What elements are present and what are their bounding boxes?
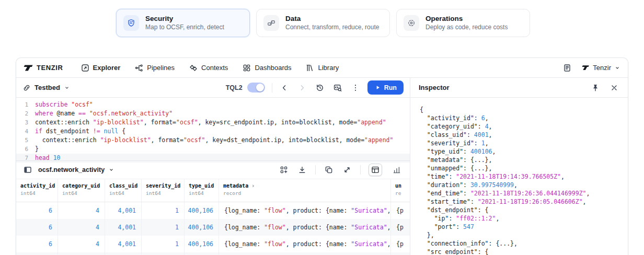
- line-number: 1: [16, 100, 35, 109]
- nav-item-label: Explorer: [93, 64, 121, 72]
- card-text: SecurityMap to OCSF, enrich, detect: [145, 15, 224, 31]
- table-row[interactable]: 644,0011400,106{log_name: "flow", produc…: [16, 202, 410, 219]
- results-actions: [279, 164, 404, 176]
- cell-severity_id: 1: [142, 236, 185, 252]
- column-name: metadata ›: [223, 183, 386, 189]
- cell-type_uid: 400,106: [185, 236, 219, 252]
- chart-view-icon[interactable]: [390, 164, 404, 176]
- download-icon[interactable]: [297, 165, 307, 175]
- inspector-line: "start_time": "2021-11-18T19:26:05.04660…: [420, 198, 628, 206]
- inspector-json[interactable]: { "activity_id": 6, "category_uid": 4, "…: [410, 98, 628, 255]
- column-header-type_uid[interactable]: type_uidint64: [185, 179, 219, 202]
- card-text: DataConnect, transform, reduce, route: [285, 15, 379, 31]
- code-text: where @name == "ocsf.network_activity": [35, 109, 172, 118]
- nav-item-contexts[interactable]: Contexts: [189, 64, 228, 72]
- nav-item-label: Library: [318, 64, 339, 72]
- column-header-class_uid[interactable]: class_uidint64: [105, 179, 142, 202]
- cell-activity_id: 6: [16, 219, 58, 236]
- column-type: int64: [20, 190, 53, 196]
- pin-icon[interactable]: [590, 83, 601, 93]
- solution-cards: SecurityMap to OCSF, enrich, detectDataC…: [116, 9, 530, 37]
- tenant-label: Tenzir: [593, 64, 611, 72]
- toggle-knob: [256, 84, 264, 91]
- brand-text: TENZIR: [37, 64, 63, 72]
- copy-icon[interactable]: [324, 165, 334, 175]
- inspector-line: "src_endpoint": {: [420, 248, 628, 255]
- document-icon[interactable]: [562, 63, 572, 73]
- nav-item-dashboards[interactable]: Dashboards: [243, 64, 291, 72]
- chevron-left-icon[interactable]: [279, 83, 290, 93]
- tenzir-brand[interactable]: TENZIR: [24, 64, 63, 72]
- inspector-title: Inspector: [419, 84, 450, 91]
- chevron-right-icon: [297, 83, 307, 93]
- inspector-line: "time": "2021-11-18T19:14:39.766505Z",: [420, 172, 628, 181]
- pipeline-toolbar: Testbed TQL2 Run: [16, 78, 410, 98]
- inspector-line: },: [420, 231, 628, 239]
- nav-right: Tenzir: [562, 63, 620, 73]
- solution-card-operations[interactable]: OperationsDeploy as code, reduce costs: [396, 9, 530, 37]
- code-line: 1subscribe "ocsf": [16, 100, 410, 109]
- code-text: context::enrich "ip-blocklist", format="…: [35, 118, 386, 127]
- run-label: Run: [384, 84, 397, 91]
- inspector-line: "class_uid": 4001,: [420, 131, 628, 139]
- results-table: activity_idint64category_uidint64class_u…: [16, 179, 410, 255]
- column-name: activity_id: [20, 183, 53, 189]
- cell-activity_id: 6: [16, 252, 58, 255]
- table-row[interactable]: 644,0011400,106{log_name: "flow", produc…: [16, 236, 410, 252]
- history-icon[interactable]: [315, 83, 325, 93]
- add-column-icon[interactable]: [279, 165, 289, 175]
- data-pipeline-icon-tile: [263, 15, 279, 31]
- cell-clipped: {p: [391, 219, 410, 236]
- expand-icon[interactable]: [342, 165, 352, 175]
- line-number: 6: [16, 145, 35, 154]
- library-icon: [306, 64, 314, 72]
- column-name: category_uid: [62, 183, 100, 189]
- inspector-line: "connection_info": {...},: [420, 239, 628, 248]
- nav-item-label: Dashboards: [255, 64, 291, 72]
- cell-category_uid: 4: [58, 219, 105, 236]
- column-header-metadata[interactable]: metadata ›record: [219, 179, 391, 202]
- tenant-switcher[interactable]: Tenzir: [582, 64, 620, 72]
- cell-type_uid: 400,106: [185, 219, 219, 236]
- column-header-activity_id[interactable]: activity_idint64: [16, 179, 58, 202]
- table-row[interactable]: 644,0011400,106{log_name: "flow", produc…: [16, 252, 410, 255]
- column-name: un: [395, 183, 406, 189]
- code-line: 4if dst_endpoint != null {: [16, 127, 410, 136]
- divider: [315, 165, 316, 175]
- solution-card-data[interactable]: DataConnect, transform, reduce, route: [256, 9, 390, 37]
- close-icon[interactable]: [609, 83, 619, 93]
- schema-selector[interactable]: ocsf.network_activity: [38, 166, 114, 173]
- table-rows: 644,0011400,106{log_name: "flow", produc…: [16, 202, 410, 255]
- kebab-icon[interactable]: [350, 83, 361, 93]
- column-type: int64: [189, 190, 214, 196]
- solution-card-security[interactable]: SecurityMap to OCSF, enrich, detect: [116, 9, 250, 37]
- inspector-line: "type_uid": 400106,: [420, 147, 628, 156]
- tql2-toggle[interactable]: [247, 83, 265, 92]
- inspector-line: {: [420, 106, 628, 114]
- column-header-severity_id[interactable]: severity_idint64: [142, 179, 185, 202]
- inspector-line: "ip": "ff02::1:2",: [420, 214, 628, 223]
- inspector-line: "port": 547: [420, 223, 628, 231]
- pipelines-icon: [135, 64, 143, 72]
- cell-severity_id: 1: [142, 252, 185, 255]
- run-button[interactable]: Run: [367, 80, 404, 95]
- cell-class_uid: 4,001: [105, 236, 142, 252]
- contexts-icon: [189, 64, 198, 72]
- schema-name: ocsf.network_activity: [38, 166, 105, 173]
- pipeline-selector[interactable]: Testbed: [22, 84, 70, 92]
- cell-category_uid: 4: [58, 202, 105, 219]
- column-type: int64: [109, 190, 137, 196]
- column-header-category_uid[interactable]: category_uidint64: [58, 179, 105, 202]
- inspector-line: "category_uid": 4,: [420, 122, 628, 131]
- code-editor[interactable]: 1subscribe "ocsf"2where @name == "ocsf.n…: [16, 98, 410, 160]
- table-view-icon[interactable]: [369, 164, 382, 176]
- inspector-line: "end_time": "2021-11-18T19:26:36.0441469…: [420, 189, 628, 198]
- nav-item-library[interactable]: Library: [306, 64, 339, 72]
- code-search-icon[interactable]: [332, 83, 343, 93]
- nav-item-explorer[interactable]: Explorer: [81, 64, 121, 72]
- column-header-un[interactable]: unre: [391, 179, 410, 202]
- inspector-line: "duration": 30.997540999,: [420, 181, 628, 189]
- panel-toggle-icon[interactable]: [22, 165, 33, 175]
- nav-item-pipelines[interactable]: Pipelines: [135, 64, 175, 72]
- table-row[interactable]: 644,0011400,106{log_name: "flow", produc…: [16, 219, 410, 236]
